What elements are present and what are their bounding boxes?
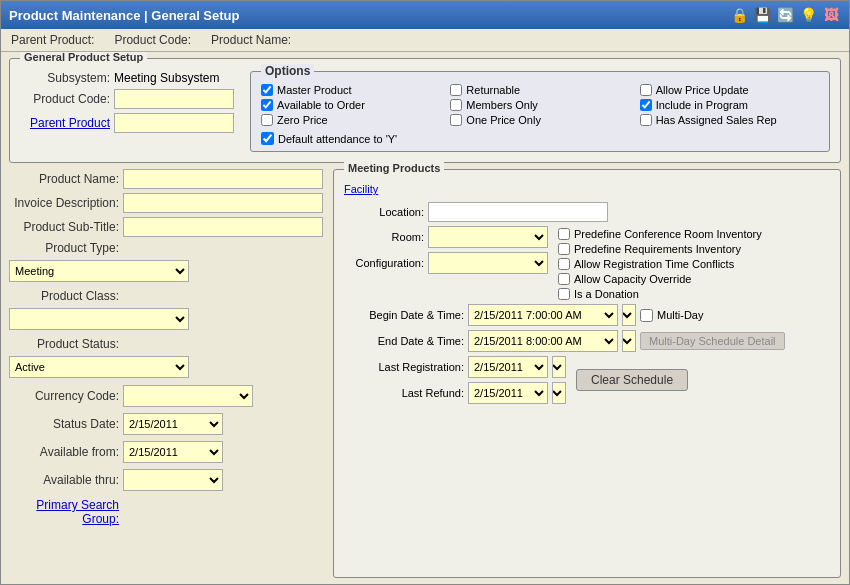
save-icon[interactable]: 💾 <box>752 5 772 25</box>
allow-capacity-override-label: Allow Capacity Override <box>574 273 691 285</box>
begin-date-select[interactable]: 2/15/2011 7:00:00 AM <box>468 304 618 326</box>
available-from-select[interactable]: 2/15/2011 <box>123 441 223 463</box>
last-registration-label: Last Registration: <box>344 361 464 373</box>
product-name-label: Product Name: <box>211 33 291 47</box>
begin-date-dropdown[interactable]: ▼ <box>622 304 636 326</box>
product-code-label: Product Code: <box>114 33 191 47</box>
general-setup-group: General Product Setup Subsystem: Meeting… <box>9 58 841 163</box>
invoice-description-label: Invoice Description: <box>9 196 119 210</box>
form-left: Product Name: Invoice Description: Produ… <box>9 169 323 578</box>
product-status-row: Product Status: <box>9 337 323 351</box>
product-code-input[interactable] <box>114 89 234 109</box>
main-window: Product Maintenance | General Setup 🔒 💾 … <box>0 0 850 585</box>
product-status-select[interactable]: Active <box>9 356 189 378</box>
product-code-label2: Product Code: <box>20 92 110 106</box>
is-donation-row: Is a Donation <box>558 288 762 300</box>
configuration-select[interactable] <box>428 252 548 274</box>
available-from-label: Available from: <box>9 445 119 459</box>
one-price-only-label: One Price Only <box>466 114 541 126</box>
include-in-program-checkbox-row: Include in Program <box>640 99 819 111</box>
multi-day-checkbox[interactable] <box>640 309 653 322</box>
allow-registration-conflicts-checkbox[interactable] <box>558 258 570 270</box>
last-refund-select[interactable]: 2/15/2011 <box>468 382 548 404</box>
clear-schedule-button[interactable]: Clear Schedule <box>576 369 688 391</box>
location-input[interactable] <box>428 202 608 222</box>
is-donation-label: Is a Donation <box>574 288 639 300</box>
product-status-label: Product Status: <box>9 337 119 351</box>
members-only-checkbox[interactable] <box>450 99 462 111</box>
currency-code-label: Currency Code: <box>9 389 119 403</box>
one-price-only-checkbox[interactable] <box>450 114 462 126</box>
default-attendance-row: Default attendance to 'Y' <box>261 132 819 145</box>
primary-search-link[interactable]: Primary Search Group: <box>9 498 119 526</box>
room-select[interactable] <box>428 226 548 248</box>
parent-product-label: Parent Product: <box>11 33 94 47</box>
location-row: Location: <box>344 202 830 222</box>
product-code-row: Product Code: <box>20 89 240 109</box>
last-registration-dropdown[interactable]: ▼ <box>552 356 566 378</box>
returnable-label: Returnable <box>466 84 520 96</box>
invoice-description-input[interactable] <box>123 193 323 213</box>
allow-registration-conflicts-row: Allow Registration Time Conflicts <box>558 258 762 270</box>
product-class-label: Product Class: <box>9 289 119 303</box>
general-setup-title: General Product Setup <box>20 52 147 63</box>
allow-capacity-override-row: Allow Capacity Override <box>558 273 762 285</box>
multi-day-schedule-button[interactable]: Multi-Day Schedule Detail <box>640 332 785 350</box>
currency-code-select[interactable] <box>123 385 253 407</box>
include-in-program-checkbox[interactable] <box>640 99 652 111</box>
begin-date-row: Begin Date & Time: 2/15/2011 7:00:00 AM … <box>344 304 830 326</box>
has-assigned-sales-rep-checkbox-row: Has Assigned Sales Rep <box>640 114 819 126</box>
title-bar: Product Maintenance | General Setup 🔒 💾 … <box>1 1 849 29</box>
master-product-checkbox[interactable] <box>261 84 273 96</box>
last-refund-row: Last Refund: 2/15/2011 ▼ <box>344 382 566 404</box>
parent-product-input[interactable] <box>114 113 234 133</box>
returnable-checkbox[interactable] <box>450 84 462 96</box>
allow-price-update-checkbox-row: Allow Price Update <box>640 84 819 96</box>
bottom-section: Product Name: Invoice Description: Produ… <box>9 169 841 578</box>
available-from-row: Available from: 2/15/2011 <box>9 441 323 463</box>
status-date-select[interactable]: 2/15/2011 <box>123 413 223 435</box>
options-box: Options Master Product Returnable All <box>250 71 830 152</box>
has-assigned-sales-rep-checkbox[interactable] <box>640 114 652 126</box>
facility-link[interactable]: Facility <box>344 183 378 195</box>
is-donation-checkbox[interactable] <box>558 288 570 300</box>
left-panel: Subsystem: Meeting Subsystem Product Cod… <box>20 71 240 152</box>
close-icon[interactable]: 🖼 <box>821 5 841 25</box>
mp-content: Facility Location: Room: <box>344 182 830 404</box>
zero-price-checkbox[interactable] <box>261 114 273 126</box>
configuration-label: Configuration: <box>344 257 424 269</box>
multi-day-label: Multi-Day <box>657 309 703 321</box>
product-type-label: Product Type: <box>9 241 119 255</box>
product-type-select[interactable]: Meeting <box>9 260 189 282</box>
available-to-order-checkbox[interactable] <box>261 99 273 111</box>
end-date-dropdown[interactable]: ▼ <box>622 330 636 352</box>
product-subtitle-input[interactable] <box>123 217 323 237</box>
subsystem-label: Subsystem: <box>20 71 110 85</box>
one-price-only-checkbox-row: One Price Only <box>450 114 629 126</box>
help-icon[interactable]: 💡 <box>798 5 818 25</box>
allow-price-update-checkbox[interactable] <box>640 84 652 96</box>
parent-product-link[interactable]: Parent Product <box>20 116 110 130</box>
status-date-label: Status Date: <box>9 417 119 431</box>
master-product-label: Master Product <box>277 84 352 96</box>
last-refund-dropdown[interactable]: ▼ <box>552 382 566 404</box>
allow-capacity-override-checkbox[interactable] <box>558 273 570 285</box>
end-date-row: End Date & Time: 2/15/2011 8:00:00 AM ▼ … <box>344 330 830 352</box>
configuration-row: Configuration: <box>344 252 548 274</box>
lock-icon[interactable]: 🔒 <box>729 5 749 25</box>
available-to-order-label: Available to Order <box>277 99 365 111</box>
product-name-input[interactable] <box>123 169 323 189</box>
zero-price-label: Zero Price <box>277 114 328 126</box>
predefine-requirements-checkbox[interactable] <box>558 243 570 255</box>
predefine-conference-checkbox[interactable] <box>558 228 570 240</box>
end-date-select[interactable]: 2/15/2011 8:00:00 AM <box>468 330 618 352</box>
available-thru-select[interactable] <box>123 469 223 491</box>
last-registration-select[interactable]: 2/15/2011 <box>468 356 548 378</box>
product-class-select[interactable] <box>9 308 189 330</box>
main-content: General Product Setup Subsystem: Meeting… <box>1 52 849 584</box>
default-attendance-checkbox[interactable] <box>261 132 274 145</box>
zero-price-checkbox-row: Zero Price <box>261 114 440 126</box>
product-subtitle-row: Product Sub-Title: <box>9 217 323 237</box>
refresh-icon[interactable]: 🔄 <box>775 5 795 25</box>
allow-price-update-label: Allow Price Update <box>656 84 749 96</box>
